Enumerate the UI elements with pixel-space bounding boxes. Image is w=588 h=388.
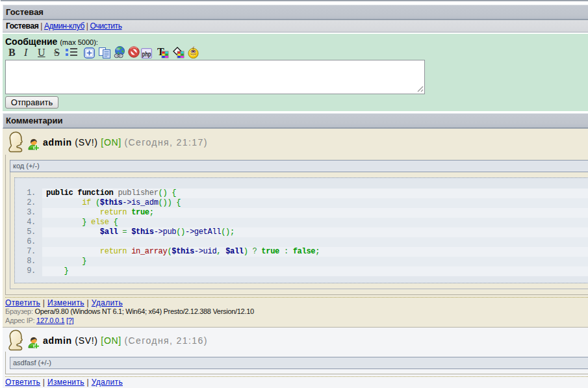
svg-text:php: php: [142, 50, 151, 58]
